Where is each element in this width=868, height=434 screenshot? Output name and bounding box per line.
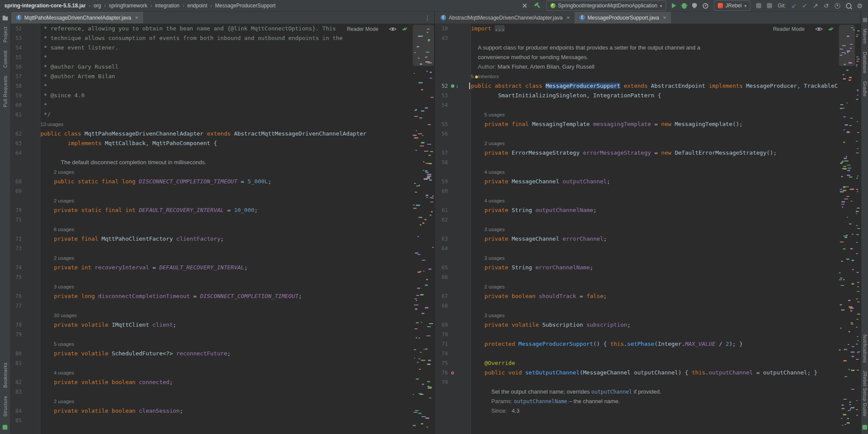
- gutter-cell[interactable]: 57: [435, 148, 471, 158]
- gutter-cell[interactable]: 61: [10, 110, 40, 119]
- gutter-cell[interactable]: 71: [435, 339, 471, 349]
- code-line[interactable]: private MessageChannel errorChannel;: [471, 234, 607, 244]
- inlay-hint[interactable]: 5 ●Inheritors: [471, 72, 499, 82]
- jrebel-remote-icon[interactable]: [767, 3, 772, 8]
- tool-stripe-icon[interactable]: [863, 18, 867, 22]
- code-line[interactable]: private volatile boolean cleanSession;: [40, 406, 183, 416]
- gutter-cell[interactable]: 56: [435, 129, 471, 139]
- gutter-cell[interactable]: 54: [435, 100, 471, 110]
- gutter-cell[interactable]: [435, 167, 471, 177]
- tool-window-button-gradle[interactable]: Gradle: [862, 81, 868, 96]
- gutter-cell[interactable]: [435, 62, 471, 72]
- gutter-cell[interactable]: 71: [10, 215, 40, 225]
- tool-window-button-database[interactable]: Database: [862, 52, 868, 73]
- code-line[interactable]: * same event listener.: [40, 43, 118, 53]
- right-scrollbar-minimap[interactable]: [838, 24, 855, 434]
- tool-window-button-project[interactable]: Project: [3, 27, 8, 43]
- inspections-ok-icon[interactable]: ✔✔: [828, 26, 835, 32]
- gutter-cell[interactable]: 66: [435, 272, 471, 282]
- tool-window-button-notifications[interactable]: Notifications: [862, 335, 868, 363]
- gutter-cell[interactable]: [10, 196, 40, 205]
- search-everywhere-button[interactable]: [846, 3, 852, 9]
- gutter-cell[interactable]: 57: [10, 72, 40, 81]
- code-line[interactable]: protected MessageProducerSupport() { thi…: [471, 339, 743, 349]
- tool-window-button-commit[interactable]: Commit: [3, 50, 8, 68]
- gutter-cell[interactable]: 75: [435, 358, 471, 368]
- gutter-cell[interactable]: [10, 119, 40, 129]
- editor-tab-mqttpahomessagedrivenchanneladapter-java[interactable]: CMqttPahoMessageDrivenChannelAdapter.jav…: [11, 12, 143, 23]
- update-project-button[interactable]: ↙: [792, 3, 797, 9]
- coverage-button[interactable]: [692, 3, 697, 9]
- code-line[interactable]: private ErrorMessageStrategy errorMessag…: [471, 148, 776, 158]
- gutter-cell[interactable]: 67: [435, 292, 471, 301]
- build-hammer-icon[interactable]: [534, 2, 541, 9]
- gutter-cell[interactable]: 77: [10, 301, 40, 311]
- inlay-hint[interactable]: 4 usages: [484, 196, 505, 205]
- gutter-cell[interactable]: 69: [10, 186, 40, 196]
- breadcrumb-item[interactable]: MessageProducerSupport: [215, 3, 276, 9]
- gutter-cell[interactable]: [435, 397, 471, 406]
- jrebel-select[interactable]: JRebel ▾: [714, 0, 750, 11]
- gutter-cell[interactable]: 43: [435, 33, 471, 43]
- gutter-cell[interactable]: 63: [10, 139, 40, 148]
- scrollbar-thumb[interactable]: [413, 25, 434, 66]
- inlay-hint[interactable]: 2 usages: [54, 167, 74, 177]
- gutter-cell[interactable]: 61: [435, 205, 471, 215]
- gutter-cell[interactable]: 64: [435, 244, 471, 253]
- code-line[interactable]: private long disconnectCompletionTimeout…: [40, 292, 302, 301]
- tool-window-button-pull-requests[interactable]: Pull Requests: [3, 76, 8, 107]
- gutter-cell[interactable]: 78: [10, 320, 40, 330]
- inlay-hint[interactable]: 5 usages: [484, 110, 505, 119]
- reader-mode-label[interactable]: Reader Mode: [773, 26, 805, 32]
- code-line[interactable]: private volatile Subscription subscripti…: [471, 320, 631, 330]
- gutter-cell[interactable]: [435, 53, 471, 62]
- inlay-hint[interactable]: 3 usages: [484, 225, 505, 234]
- breadcrumb-item[interactable]: spring-integration-core-5.5.18.jar: [4, 3, 85, 9]
- gutter-cell[interactable]: 79: [10, 330, 40, 339]
- inlay-hint[interactable]: 3 usages: [54, 282, 74, 292]
- right-error-stripe[interactable]: [855, 24, 861, 434]
- code-line[interactable]: * @since 4.0: [40, 91, 85, 100]
- gutter-cell[interactable]: [10, 397, 40, 406]
- gutter-cell[interactable]: 62: [435, 215, 471, 225]
- gutter-cell[interactable]: 64: [10, 148, 40, 158]
- code-line[interactable]: *: [40, 100, 47, 110]
- gutter-cell[interactable]: 69: [435, 320, 471, 330]
- gutter-cell[interactable]: 55: [10, 53, 40, 62]
- code-line[interactable]: *: [40, 81, 47, 91]
- debug-button[interactable]: [682, 3, 687, 9]
- gutter-cell[interactable]: 68: [10, 177, 40, 186]
- gutter-cell[interactable]: 72: [10, 234, 40, 244]
- overriding-method-gutter-icon[interactable]: o: [451, 370, 454, 376]
- gutter-cell[interactable]: [10, 311, 40, 320]
- code-line[interactable]: * @author Artem Bilan: [40, 72, 115, 81]
- code-line[interactable]: */: [40, 110, 50, 119]
- code-line[interactable]: private boolean shouldTrack = false;: [471, 292, 607, 301]
- gutter-cell[interactable]: [435, 406, 471, 416]
- implementations-arrow-gutter-icon[interactable]: ↓: [456, 84, 459, 89]
- history-button[interactable]: [835, 3, 840, 9]
- code-line[interactable]: * @author Gary Russell: [40, 62, 118, 72]
- gutter-cell[interactable]: 79: [435, 378, 471, 387]
- code-line[interactable]: *: [40, 53, 47, 62]
- breadcrumb-item[interactable]: endpoint: [187, 3, 207, 9]
- close-icon[interactable]: ×: [663, 14, 667, 21]
- inlay-hint[interactable]: 3 usages: [484, 311, 505, 320]
- code-line[interactable]: public static final long DISCONNECT_COMP…: [40, 177, 271, 186]
- gutter-cell[interactable]: [435, 43, 471, 53]
- gutter-cell[interactable]: 76o: [435, 368, 471, 378]
- left-editor[interactable]: 52 * reference, allowing you to obtain t…: [10, 24, 434, 434]
- inlay-hint[interactable]: 2 usages: [54, 253, 74, 263]
- gutter-cell[interactable]: 53: [435, 91, 471, 100]
- gutter-cell[interactable]: [10, 282, 40, 292]
- inlay-hint[interactable]: 5 usages: [54, 339, 74, 349]
- gutter-cell[interactable]: 62: [10, 129, 40, 139]
- tool-window-button-bookmarks[interactable]: Bookmarks: [3, 362, 8, 388]
- gutter-cell[interactable]: 59: [10, 91, 40, 100]
- close-icon[interactable]: ×: [135, 14, 138, 21]
- breadcrumb-item[interactable]: org: [93, 3, 101, 9]
- gutter-cell[interactable]: [435, 387, 471, 397]
- project-folder-icon[interactable]: [3, 17, 8, 20]
- gutter-cell[interactable]: [10, 158, 40, 167]
- inlay-hint[interactable]: 2 usages: [484, 139, 505, 148]
